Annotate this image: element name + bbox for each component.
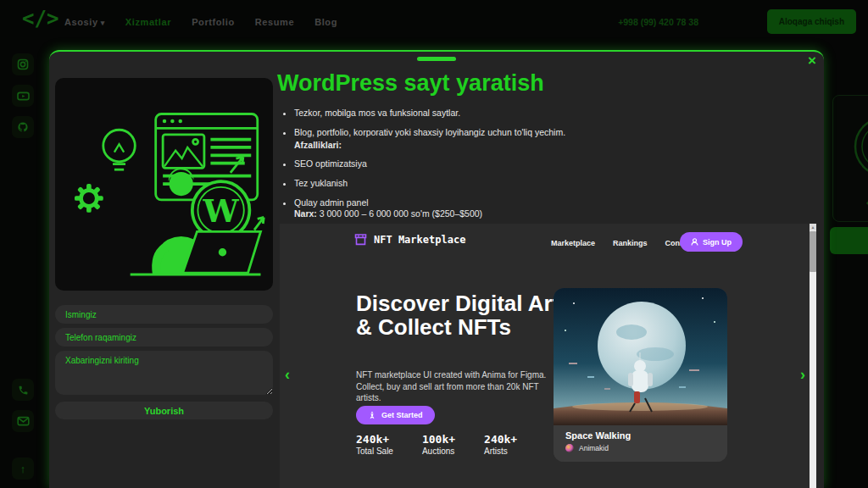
subheading: Afzalliklari: [294, 140, 803, 151]
stat-auctions: 100k+ Auctions [422, 433, 455, 456]
nft-hero-title: Discover Digital Art & Collect NFTs [356, 291, 568, 339]
wordpress-illustration-svg: W [62, 85, 267, 285]
nft-brand[interactable]: NFT Marketplace [354, 234, 465, 246]
modal-title: WordPress sayt yaratish [277, 70, 544, 97]
price-line: Narx: 3 000 000 – 6 000 000 so'm ($250–$… [294, 208, 803, 219]
name-input[interactable] [55, 305, 273, 324]
close-icon[interactable]: × [808, 53, 816, 69]
nft-hero-subtitle: NFT marketplace UI created with Anima fo… [356, 369, 558, 404]
svg-text:W: W [202, 192, 239, 230]
nft-card-title: Space Walking [565, 430, 715, 441]
space-walking-image [554, 288, 727, 425]
carousel-next-button[interactable]: › [800, 368, 805, 381]
stat-total-sale: 240k+ Total Sale [356, 433, 393, 456]
phone-input[interactable] [55, 328, 273, 347]
nft-card-footer: Space Walking Animakid [554, 425, 727, 462]
nft-nav-marketplace[interactable]: Marketplace [551, 239, 595, 247]
list-item: Tezkor, mobilga mos va funksional saytla… [294, 108, 803, 119]
scrollbar-thumb[interactable] [810, 231, 816, 272]
nft-card-creator: Animakid [565, 444, 715, 452]
nft-nav-rankings[interactable]: Rankings [613, 239, 648, 247]
wordpress-illustration: W [55, 78, 273, 291]
nft-stats: 240k+ Total Sale 100k+ Auctions 240k+ Ar… [356, 433, 517, 456]
service-modal: × [49, 50, 824, 488]
carousel-prev-button[interactable]: ‹ [285, 368, 290, 381]
nft-card[interactable]: Space Walking Animakid [554, 288, 727, 462]
page: </> Asosiy▾ Xizmatlar Portfolio Resume B… [0, 0, 868, 488]
avatar [565, 444, 574, 452]
feature-list: Tezkor, mobilga mos va funksional saytla… [294, 108, 803, 227]
submit-button[interactable]: Yuborish [55, 402, 273, 419]
scrollbar-up-icon[interactable]: ▲ [810, 224, 816, 230]
preview-scrollbar[interactable]: ▲ [810, 224, 816, 488]
list-item: Tez yuklanish [294, 178, 803, 189]
storefront-icon [354, 234, 367, 246]
portfolio-preview-frame: NFT Marketplace Marketplace Rankings Con… [280, 224, 816, 488]
list-item: Qulay admin panel Narx: 3 000 000 – 6 00… [294, 197, 803, 219]
stat-artists: 240k+ Artists [484, 433, 517, 456]
message-textarea[interactable] [55, 351, 273, 395]
list-item: Blog, portfolio, korporativ yoki shaxsiy… [294, 127, 803, 151]
nft-signup-button[interactable]: Sign Up [680, 232, 743, 252]
nft-brand-label: NFT Marketplace [374, 234, 465, 246]
modal-drag-handle[interactable] [417, 57, 456, 61]
get-started-button[interactable]: Get Started [356, 406, 435, 424]
user-icon [691, 238, 698, 246]
list-item: SEO optimizatsiya [294, 158, 803, 169]
rocket-icon [368, 411, 376, 419]
